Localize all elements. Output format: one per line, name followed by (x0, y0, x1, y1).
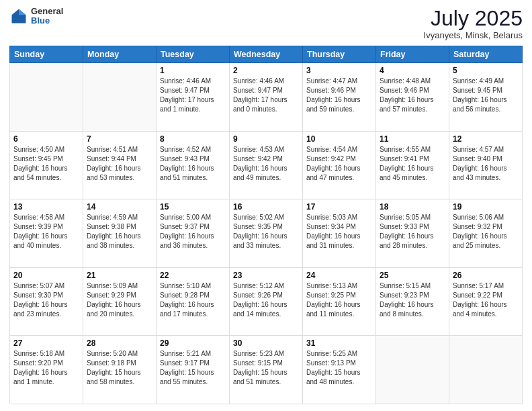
day-info: Sunrise: 5:13 AM Sunset: 9:25 PM Dayligh… (306, 281, 372, 319)
day-number: 11 (380, 134, 445, 144)
day-info: Sunrise: 5:09 AM Sunset: 9:29 PM Dayligh… (87, 281, 152, 319)
day-number: 26 (453, 271, 519, 280)
col-monday: Monday (83, 46, 157, 63)
table-cell: 17Sunrise: 5:03 AM Sunset: 9:34 PM Dayli… (303, 199, 376, 268)
table-cell: 6Sunrise: 4:50 AM Sunset: 9:45 PM Daylig… (10, 131, 83, 199)
table-cell: 18Sunrise: 5:05 AM Sunset: 9:33 PM Dayli… (376, 199, 449, 268)
col-thursday: Thursday (303, 46, 376, 63)
week-row-4: 20Sunrise: 5:07 AM Sunset: 9:30 PM Dayli… (10, 267, 523, 336)
table-cell: 9Sunrise: 4:53 AM Sunset: 9:42 PM Daylig… (230, 131, 303, 199)
col-wednesday: Wednesday (230, 46, 303, 63)
day-number: 30 (233, 338, 299, 348)
table-cell: 5Sunrise: 4:49 AM Sunset: 9:45 PM Daylig… (449, 63, 523, 132)
week-row-2: 6Sunrise: 4:50 AM Sunset: 9:45 PM Daylig… (10, 131, 523, 199)
day-number: 29 (160, 338, 226, 348)
table-cell: 10Sunrise: 4:54 AM Sunset: 9:42 PM Dayli… (303, 131, 376, 199)
day-info: Sunrise: 5:00 AM Sunset: 9:37 PM Dayligh… (160, 213, 226, 250)
day-info: Sunrise: 5:20 AM Sunset: 9:18 PM Dayligh… (87, 349, 152, 387)
day-info: Sunrise: 5:03 AM Sunset: 9:34 PM Dayligh… (306, 213, 372, 250)
calendar-table: Sunday Monday Tuesday Wednesday Thursday… (9, 46, 523, 404)
day-info: Sunrise: 5:12 AM Sunset: 9:26 PM Dayligh… (233, 281, 299, 319)
table-cell: 14Sunrise: 4:59 AM Sunset: 9:38 PM Dayli… (83, 199, 157, 268)
location: Ivyanyets, Minsk, Belarus (424, 30, 523, 40)
day-number: 13 (13, 202, 79, 212)
table-cell: 15Sunrise: 5:00 AM Sunset: 9:37 PM Dayli… (157, 199, 230, 268)
day-number: 9 (233, 134, 299, 144)
day-info: Sunrise: 5:05 AM Sunset: 9:33 PM Dayligh… (380, 213, 445, 250)
day-info: Sunrise: 5:10 AM Sunset: 9:28 PM Dayligh… (160, 281, 226, 319)
table-cell: 4Sunrise: 4:48 AM Sunset: 9:46 PM Daylig… (376, 63, 449, 132)
day-number: 23 (233, 271, 299, 280)
logo-general: General (31, 7, 63, 16)
day-number: 27 (13, 338, 79, 348)
day-number: 19 (453, 202, 519, 212)
day-number: 8 (160, 134, 226, 144)
day-number: 21 (87, 271, 152, 280)
day-number: 2 (233, 66, 299, 75)
day-info: Sunrise: 5:07 AM Sunset: 9:30 PM Dayligh… (13, 281, 79, 319)
day-info: Sunrise: 4:46 AM Sunset: 9:47 PM Dayligh… (160, 77, 226, 114)
col-saturday: Saturday (449, 46, 523, 63)
day-number: 5 (453, 66, 519, 75)
day-info: Sunrise: 5:02 AM Sunset: 9:35 PM Dayligh… (233, 213, 299, 250)
table-cell: 23Sunrise: 5:12 AM Sunset: 9:26 PM Dayli… (230, 267, 303, 336)
day-info: Sunrise: 5:17 AM Sunset: 9:22 PM Dayligh… (453, 281, 519, 319)
day-info: Sunrise: 5:25 AM Sunset: 9:13 PM Dayligh… (306, 349, 372, 387)
table-cell (83, 63, 157, 132)
table-cell: 28Sunrise: 5:20 AM Sunset: 9:18 PM Dayli… (83, 336, 157, 404)
day-info: Sunrise: 4:58 AM Sunset: 9:39 PM Dayligh… (13, 213, 79, 250)
table-cell: 25Sunrise: 5:15 AM Sunset: 9:23 PM Dayli… (376, 267, 449, 336)
logo-icon (9, 7, 28, 26)
table-cell: 3Sunrise: 4:47 AM Sunset: 9:46 PM Daylig… (303, 63, 376, 132)
table-cell: 1Sunrise: 4:46 AM Sunset: 9:47 PM Daylig… (157, 63, 230, 132)
table-cell: 19Sunrise: 5:06 AM Sunset: 9:32 PM Dayli… (449, 199, 523, 268)
table-cell: 16Sunrise: 5:02 AM Sunset: 9:35 PM Dayli… (230, 199, 303, 268)
day-number: 6 (13, 134, 79, 144)
day-number: 10 (306, 134, 372, 144)
day-info: Sunrise: 4:54 AM Sunset: 9:42 PM Dayligh… (306, 145, 372, 183)
table-cell: 22Sunrise: 5:10 AM Sunset: 9:28 PM Dayli… (157, 267, 230, 336)
table-cell: 26Sunrise: 5:17 AM Sunset: 9:22 PM Dayli… (449, 267, 523, 336)
svg-marker-1 (19, 9, 26, 15)
table-cell: 30Sunrise: 5:23 AM Sunset: 9:15 PM Dayli… (230, 336, 303, 404)
table-cell: 2Sunrise: 4:46 AM Sunset: 9:47 PM Daylig… (230, 63, 303, 132)
day-info: Sunrise: 4:49 AM Sunset: 9:45 PM Dayligh… (453, 77, 519, 114)
table-cell: 29Sunrise: 5:21 AM Sunset: 9:17 PM Dayli… (157, 336, 230, 404)
table-cell: 12Sunrise: 4:57 AM Sunset: 9:40 PM Dayli… (449, 131, 523, 199)
day-number: 24 (306, 271, 372, 280)
week-row-1: 1Sunrise: 4:46 AM Sunset: 9:47 PM Daylig… (10, 63, 523, 132)
table-cell: 20Sunrise: 5:07 AM Sunset: 9:30 PM Dayli… (10, 267, 83, 336)
week-row-3: 13Sunrise: 4:58 AM Sunset: 9:39 PM Dayli… (10, 199, 523, 268)
day-info: Sunrise: 4:52 AM Sunset: 9:43 PM Dayligh… (160, 145, 226, 183)
day-number: 16 (233, 202, 299, 212)
day-info: Sunrise: 5:18 AM Sunset: 9:20 PM Dayligh… (13, 349, 79, 387)
day-number: 31 (306, 338, 372, 348)
day-number: 22 (160, 271, 226, 280)
day-info: Sunrise: 4:47 AM Sunset: 9:46 PM Dayligh… (306, 77, 372, 114)
header-row: Sunday Monday Tuesday Wednesday Thursday… (10, 46, 523, 63)
day-info: Sunrise: 5:21 AM Sunset: 9:17 PM Dayligh… (160, 349, 226, 387)
header: General Blue July 2025 Ivyanyets, Minsk,… (9, 7, 523, 40)
table-cell: 11Sunrise: 4:55 AM Sunset: 9:41 PM Dayli… (376, 131, 449, 199)
col-friday: Friday (376, 46, 449, 63)
col-sunday: Sunday (10, 46, 83, 63)
table-cell (10, 63, 83, 132)
table-cell (376, 336, 449, 404)
col-tuesday: Tuesday (157, 46, 230, 63)
table-cell: 7Sunrise: 4:51 AM Sunset: 9:44 PM Daylig… (83, 131, 157, 199)
day-number: 4 (380, 66, 445, 75)
day-info: Sunrise: 4:50 AM Sunset: 9:45 PM Dayligh… (13, 145, 79, 183)
day-number: 12 (453, 134, 519, 144)
day-number: 20 (13, 271, 79, 280)
day-number: 3 (306, 66, 372, 75)
logo: General Blue (9, 7, 63, 26)
day-info: Sunrise: 5:23 AM Sunset: 9:15 PM Dayligh… (233, 349, 299, 387)
day-number: 7 (87, 134, 152, 144)
day-number: 17 (306, 202, 372, 212)
logo-text: General Blue (31, 7, 63, 26)
table-cell: 21Sunrise: 5:09 AM Sunset: 9:29 PM Dayli… (83, 267, 157, 336)
day-info: Sunrise: 4:48 AM Sunset: 9:46 PM Dayligh… (380, 77, 445, 114)
table-cell: 13Sunrise: 4:58 AM Sunset: 9:39 PM Dayli… (10, 199, 83, 268)
day-info: Sunrise: 4:55 AM Sunset: 9:41 PM Dayligh… (380, 145, 445, 183)
table-cell: 31Sunrise: 5:25 AM Sunset: 9:13 PM Dayli… (303, 336, 376, 404)
